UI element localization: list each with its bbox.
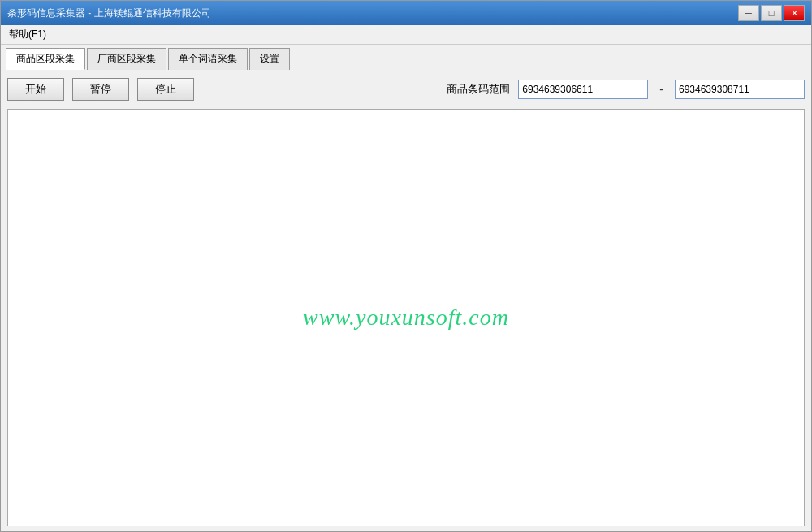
- range-end-input[interactable]: [675, 80, 805, 99]
- maximize-button[interactable]: □: [761, 5, 782, 21]
- stop-button[interactable]: 停止: [137, 78, 194, 101]
- title-bar: 条形码信息采集器 - 上海镁鲲通信科技有限公司 ─ □ ✕: [1, 1, 811, 25]
- minimize-button[interactable]: ─: [738, 5, 759, 21]
- tab-manufacturer-segment[interactable]: 厂商区段采集: [87, 48, 166, 70]
- main-panel: www.youxunsoft.com: [7, 109, 805, 526]
- main-window: 条形码信息采集器 - 上海镁鲲通信科技有限公司 ─ □ ✕ 帮助(F1) 商品区…: [0, 0, 812, 532]
- tabs-area: 商品区段采集 厂商区段采集 单个词语采集 设置: [1, 45, 811, 70]
- range-separator: -: [656, 83, 667, 96]
- tab-single-term[interactable]: 单个词语采集: [168, 48, 248, 70]
- tab-settings[interactable]: 设置: [249, 48, 290, 70]
- toolbar: 开始 暂停 停止 商品条码范围 -: [7, 75, 805, 104]
- window-title: 条形码信息采集器 - 上海镁鲲通信科技有限公司: [7, 6, 211, 20]
- start-button[interactable]: 开始: [7, 78, 64, 101]
- pause-button[interactable]: 暂停: [72, 78, 129, 101]
- watermark-text: www.youxunsoft.com: [303, 305, 509, 331]
- title-bar-buttons: ─ □ ✕: [738, 5, 805, 21]
- range-start-input[interactable]: [518, 80, 648, 99]
- content-area: 开始 暂停 停止 商品条码范围 - www.youxunsoft.com: [1, 70, 811, 531]
- range-label: 商品条码范围: [447, 82, 510, 97]
- help-menu-item[interactable]: 帮助(F1): [4, 26, 51, 43]
- close-button[interactable]: ✕: [784, 5, 805, 21]
- tab-product-segment[interactable]: 商品区段采集: [6, 48, 85, 70]
- menu-bar: 帮助(F1): [1, 25, 811, 45]
